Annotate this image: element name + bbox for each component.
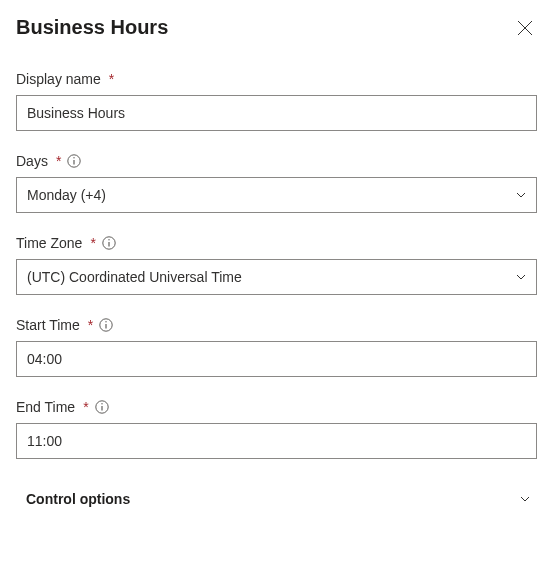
end-time-input[interactable] xyxy=(16,423,537,459)
info-icon[interactable] xyxy=(95,400,109,414)
svg-point-13 xyxy=(101,403,102,404)
panel-title: Business Hours xyxy=(16,16,168,39)
days-select[interactable]: Monday (+4) xyxy=(16,177,537,213)
display-name-input[interactable] xyxy=(16,95,537,131)
chevron-down-icon xyxy=(519,493,531,505)
close-icon xyxy=(517,22,533,39)
close-button[interactable] xyxy=(513,16,537,43)
required-indicator: * xyxy=(56,153,61,169)
required-indicator: * xyxy=(83,399,88,415)
start-time-label: Start Time xyxy=(16,317,80,333)
required-indicator: * xyxy=(109,71,114,87)
control-options-label: Control options xyxy=(26,491,130,507)
svg-point-4 xyxy=(74,157,75,158)
control-options-section[interactable]: Control options xyxy=(16,481,537,513)
time-zone-label: Time Zone xyxy=(16,235,82,251)
info-icon[interactable] xyxy=(102,236,116,250)
days-label: Days xyxy=(16,153,48,169)
end-time-label: End Time xyxy=(16,399,75,415)
start-time-input[interactable] xyxy=(16,341,537,377)
time-zone-select-value: (UTC) Coordinated Universal Time xyxy=(27,269,242,285)
info-icon[interactable] xyxy=(99,318,113,332)
required-indicator: * xyxy=(90,235,95,251)
svg-point-7 xyxy=(108,239,109,240)
required-indicator: * xyxy=(88,317,93,333)
days-select-value: Monday (+4) xyxy=(27,187,106,203)
info-icon[interactable] xyxy=(67,154,81,168)
time-zone-select[interactable]: (UTC) Coordinated Universal Time xyxy=(16,259,537,295)
svg-point-10 xyxy=(106,321,107,322)
display-name-label: Display name xyxy=(16,71,101,87)
